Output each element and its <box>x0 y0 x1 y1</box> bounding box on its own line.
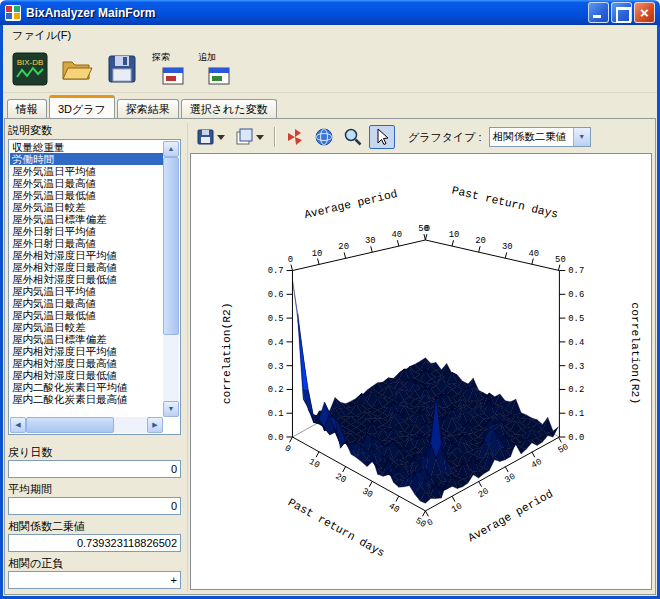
svg-text:50: 50 <box>555 255 566 265</box>
add-label: 追加 <box>198 51 216 64</box>
scroll-down-icon[interactable] <box>163 401 179 417</box>
field-input-0[interactable] <box>8 460 181 478</box>
field-input-2[interactable] <box>8 534 181 552</box>
scroll-up-icon[interactable] <box>163 141 179 157</box>
svg-text:30: 30 <box>502 242 513 252</box>
minimize-button[interactable] <box>588 2 609 23</box>
tab-2[interactable]: 探索結果 <box>117 99 179 118</box>
bix-db-button[interactable]: BIX-DB <box>9 48 51 90</box>
horizontal-scroll-thumb[interactable] <box>26 417 114 433</box>
fields-panel: 戻り日数平均期間相関係数二乗値相関の正負 <box>8 441 181 591</box>
copy-image-button[interactable] <box>232 125 268 149</box>
save-image-button[interactable] <box>193 125 229 149</box>
combo-dropdown-icon[interactable] <box>573 128 590 146</box>
field-input-3[interactable] <box>8 571 181 589</box>
vertical-scrollbar[interactable] <box>163 141 179 417</box>
list-item[interactable]: 屋外相対湿度日最低値 <box>10 273 163 285</box>
title-bar[interactable]: BixAnalyzer MainForm <box>0 0 660 25</box>
svg-text:Average period: Average period <box>303 188 398 221</box>
svg-text:0.7: 0.7 <box>268 266 284 276</box>
list-item[interactable]: 屋外気温日較差 <box>10 201 163 213</box>
svg-text:0: 0 <box>425 224 430 234</box>
app-icon <box>5 5 21 21</box>
magnifier-icon <box>343 127 363 147</box>
svg-text:0.5: 0.5 <box>268 314 284 324</box>
list-item[interactable]: 屋外日射日平均値 <box>10 225 163 237</box>
maximize-button[interactable] <box>611 2 632 23</box>
svg-text:40: 40 <box>392 230 403 240</box>
main-toolbar: BIX-DB 探索 <box>3 45 657 93</box>
list-item[interactable]: 労働時間 <box>10 153 163 165</box>
svg-text:0.0: 0.0 <box>568 433 584 443</box>
graph-type-label: グラフタイプ : <box>408 130 482 145</box>
save-button[interactable] <box>101 48 143 90</box>
explore-button[interactable]: 探索 <box>147 48 189 90</box>
svg-text:40: 40 <box>528 249 539 259</box>
list-item[interactable]: 屋外気温日最低値 <box>10 189 163 201</box>
open-folder-icon <box>59 54 93 84</box>
svg-text:10: 10 <box>312 249 323 259</box>
svg-text:50: 50 <box>556 442 570 456</box>
app-window: BixAnalyzer MainForm ファイル(F) BIX-DB <box>0 0 660 599</box>
list-item[interactable]: 屋外日射日最高値 <box>10 237 163 249</box>
open-file-button[interactable] <box>55 48 97 90</box>
svg-text:correlation(R2): correlation(R2) <box>221 302 233 404</box>
variables-listbox[interactable]: 収量総重量労働時間屋外気温日平均値屋外気温日最高値屋外気温日最低値屋外気温日較差… <box>8 139 181 435</box>
svg-text:0.7: 0.7 <box>568 266 584 276</box>
zoom-button[interactable] <box>340 125 366 149</box>
list-item[interactable]: 屋内二酸化炭素日平均値 <box>10 381 163 393</box>
list-item[interactable]: 屋外相対湿度日平均値 <box>10 249 163 261</box>
toolbar-separator <box>274 127 276 147</box>
svg-text:0.2: 0.2 <box>568 385 584 395</box>
svg-text:0.3: 0.3 <box>268 362 284 372</box>
svg-text:Past return days: Past return days <box>451 185 560 221</box>
add-button[interactable]: 追加 <box>193 48 235 90</box>
horizontal-scrollbar[interactable] <box>10 417 163 433</box>
tab-strip: 情報3Dグラフ探索結果選択された変数 <box>7 95 653 118</box>
vertical-scroll-thumb[interactable] <box>163 157 179 335</box>
graph-type-combo[interactable]: 相関係数二乗値 <box>489 127 591 147</box>
list-item[interactable]: 屋外気温日平均値 <box>10 165 163 177</box>
svg-text:BIX-DB: BIX-DB <box>17 58 44 67</box>
svg-text:0.5: 0.5 <box>568 314 584 324</box>
variables-label: 説明変数 <box>8 123 181 137</box>
svg-text:correlation(R2): correlation(R2) <box>629 302 641 404</box>
list-item[interactable]: 屋内気温日標準偏差 <box>10 333 163 345</box>
list-item[interactable]: 屋内相対湿度日平均値 <box>10 345 163 357</box>
chart-toolbar: グラフタイプ : 相関係数二乗値 <box>188 123 652 151</box>
close-button[interactable] <box>634 2 655 23</box>
svg-text:30: 30 <box>365 236 376 246</box>
field-input-1[interactable] <box>8 497 181 515</box>
copy-image-icon <box>235 128 265 146</box>
svg-text:Past return days: Past return days <box>286 496 387 559</box>
scroll-right-icon[interactable] <box>147 417 163 433</box>
list-item[interactable]: 屋内気温日平均値 <box>10 285 163 297</box>
scroll-left-icon[interactable] <box>10 417 26 433</box>
list-item[interactable]: 屋外気温日最高値 <box>10 177 163 189</box>
list-item[interactable]: 屋内二酸化炭素日最高値 <box>10 393 163 405</box>
tab-page-3dgraph: 説明変数 収量総重量労働時間屋外気温日平均値屋外気温日最高値屋外気温日最低値屋外… <box>4 118 656 595</box>
list-item[interactable]: 屋内相対湿度日最高値 <box>10 357 163 369</box>
list-item[interactable]: 屋内気温日較差 <box>10 321 163 333</box>
tab-3[interactable]: 選択された変数 <box>181 99 277 118</box>
refresh-pinwheel-icon <box>285 127 305 147</box>
window-body: ファイル(F) BIX-DB <box>0 25 660 599</box>
tab-1[interactable]: 3Dグラフ <box>49 95 115 118</box>
rotate-3d-button[interactable] <box>311 125 337 149</box>
list-item[interactable]: 屋内気温日最高値 <box>10 297 163 309</box>
menu-file[interactable]: ファイル(F) <box>3 25 80 46</box>
chart-canvas[interactable]: 0.00.00.10.10.20.20.30.30.40.40.50.50.60… <box>190 153 652 590</box>
pointer-mode-button[interactable] <box>369 125 395 149</box>
list-item[interactable]: 屋内気温日最低値 <box>10 309 163 321</box>
svg-text:30: 30 <box>503 472 517 486</box>
refresh-button[interactable] <box>282 125 308 149</box>
list-item[interactable]: 屋内相対湿度日最低値 <box>10 369 163 381</box>
list-item[interactable]: 屋外気温日標準偏差 <box>10 213 163 225</box>
svg-text:0.1: 0.1 <box>568 409 584 419</box>
list-item[interactable]: 屋外相対湿度日最高値 <box>10 261 163 273</box>
svg-text:0.2: 0.2 <box>268 385 284 395</box>
list-item[interactable]: 収量総重量 <box>10 141 163 153</box>
tab-0[interactable]: 情報 <box>7 99 47 118</box>
svg-text:0.6: 0.6 <box>568 290 584 300</box>
svg-text:0: 0 <box>283 443 293 454</box>
